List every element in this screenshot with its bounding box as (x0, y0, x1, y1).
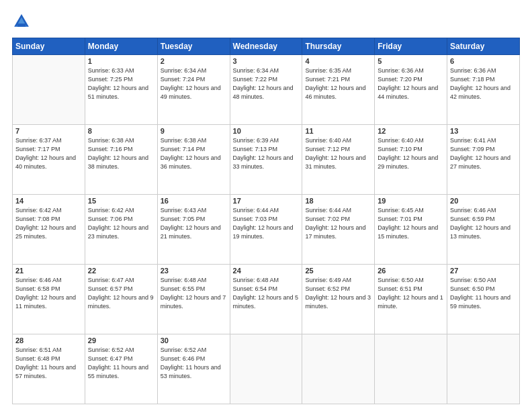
day-number: 14 (15, 197, 82, 205)
day-info: Sunrise: 6:42 AMSunset: 7:08 PMDaylight:… (15, 206, 82, 241)
day-info: Sunrise: 6:49 AMSunset: 6:52 PMDaylight:… (305, 276, 371, 311)
logo-icon (12, 12, 31, 31)
svg-rect-2 (17, 24, 26, 27)
page: SundayMondayTuesdayWednesdayThursdayFrid… (0, 0, 532, 411)
day-info: Sunrise: 6:40 AMSunset: 7:12 PMDaylight:… (305, 136, 371, 171)
week-row-4: 28Sunrise: 6:51 AMSunset: 6:48 PMDayligh… (13, 334, 520, 404)
calendar-cell: 15Sunrise: 6:42 AMSunset: 7:06 PMDayligh… (85, 195, 157, 265)
calendar-cell: 17Sunrise: 6:44 AMSunset: 7:03 PMDayligh… (230, 195, 302, 265)
calendar-cell: 12Sunrise: 6:40 AMSunset: 7:10 PMDayligh… (375, 125, 447, 195)
day-number: 4 (305, 57, 371, 65)
calendar-cell: 16Sunrise: 6:43 AMSunset: 7:05 PMDayligh… (157, 195, 230, 265)
day-info: Sunrise: 6:52 AMSunset: 6:47 PMDaylight:… (88, 346, 154, 381)
day-info: Sunrise: 6:33 AMSunset: 7:25 PMDaylight:… (88, 66, 154, 101)
day-number: 18 (305, 197, 371, 205)
day-info: Sunrise: 6:36 AMSunset: 7:18 PMDaylight:… (450, 66, 517, 101)
calendar-cell: 30Sunrise: 6:52 AMSunset: 6:46 PMDayligh… (157, 334, 230, 404)
day-number: 9 (161, 127, 227, 135)
logo (12, 12, 34, 31)
day-info: Sunrise: 6:34 AMSunset: 7:24 PMDaylight:… (161, 66, 227, 101)
calendar-cell: 3Sunrise: 6:34 AMSunset: 7:22 PMDaylight… (230, 55, 302, 125)
day-info: Sunrise: 6:39 AMSunset: 7:13 PMDaylight:… (233, 136, 300, 171)
calendar-cell: 27Sunrise: 6:50 AMSunset: 6:50 PMDayligh… (447, 265, 520, 334)
day-info: Sunrise: 6:35 AMSunset: 7:21 PMDaylight:… (305, 66, 371, 101)
day-number: 13 (450, 127, 517, 135)
day-number: 7 (15, 127, 82, 135)
calendar-cell: 18Sunrise: 6:44 AMSunset: 7:02 PMDayligh… (302, 195, 375, 265)
day-number: 12 (378, 127, 444, 135)
day-number: 2 (161, 57, 227, 65)
week-row-1: 7Sunrise: 6:37 AMSunset: 7:17 PMDaylight… (13, 125, 520, 195)
day-number: 8 (88, 127, 154, 135)
calendar-cell: 22Sunrise: 6:47 AMSunset: 6:57 PMDayligh… (85, 265, 157, 334)
calendar-cell (13, 55, 85, 125)
day-number: 10 (233, 127, 300, 135)
day-info: Sunrise: 6:37 AMSunset: 7:17 PMDaylight:… (15, 136, 82, 171)
calendar-cell (447, 334, 520, 404)
day-info: Sunrise: 6:36 AMSunset: 7:20 PMDaylight:… (378, 66, 444, 101)
day-number: 15 (88, 197, 154, 205)
weekday-header-thursday: Thursday (302, 38, 375, 55)
calendar-cell: 2Sunrise: 6:34 AMSunset: 7:24 PMDaylight… (157, 55, 230, 125)
day-info: Sunrise: 6:47 AMSunset: 6:57 PMDaylight:… (88, 276, 154, 311)
day-number: 20 (450, 197, 517, 205)
day-number: 21 (15, 267, 82, 275)
calendar-table: SundayMondayTuesdayWednesdayThursdayFrid… (12, 38, 520, 404)
day-info: Sunrise: 6:44 AMSunset: 7:02 PMDaylight:… (305, 206, 371, 241)
day-number: 1 (88, 57, 154, 65)
day-info: Sunrise: 6:41 AMSunset: 7:09 PMDaylight:… (450, 136, 517, 171)
day-number: 19 (378, 197, 444, 205)
calendar-cell: 20Sunrise: 6:46 AMSunset: 6:59 PMDayligh… (447, 195, 520, 265)
week-row-0: 1Sunrise: 6:33 AMSunset: 7:25 PMDaylight… (13, 55, 520, 125)
day-number: 29 (88, 336, 154, 345)
calendar-cell: 19Sunrise: 6:45 AMSunset: 7:01 PMDayligh… (375, 195, 447, 265)
calendar-cell: 28Sunrise: 6:51 AMSunset: 6:48 PMDayligh… (13, 334, 85, 404)
day-number: 25 (305, 267, 371, 275)
calendar-cell: 24Sunrise: 6:48 AMSunset: 6:54 PMDayligh… (230, 265, 302, 334)
day-number: 26 (378, 267, 444, 275)
calendar-cell (230, 334, 302, 404)
day-info: Sunrise: 6:43 AMSunset: 7:05 PMDaylight:… (161, 206, 227, 241)
day-info: Sunrise: 6:48 AMSunset: 6:54 PMDaylight:… (233, 276, 300, 311)
day-info: Sunrise: 6:48 AMSunset: 6:55 PMDaylight:… (161, 276, 227, 311)
weekday-header-saturday: Saturday (447, 38, 520, 55)
day-info: Sunrise: 6:50 AMSunset: 6:50 PMDaylight:… (450, 276, 517, 311)
day-info: Sunrise: 6:52 AMSunset: 6:46 PMDaylight:… (161, 346, 227, 381)
calendar-cell: 8Sunrise: 6:38 AMSunset: 7:16 PMDaylight… (85, 125, 157, 195)
day-number: 3 (233, 57, 300, 65)
calendar-cell: 1Sunrise: 6:33 AMSunset: 7:25 PMDaylight… (85, 55, 157, 125)
day-number: 28 (15, 336, 82, 345)
weekday-header-friday: Friday (375, 38, 447, 55)
week-row-2: 14Sunrise: 6:42 AMSunset: 7:08 PMDayligh… (13, 195, 520, 265)
calendar-cell: 10Sunrise: 6:39 AMSunset: 7:13 PMDayligh… (230, 125, 302, 195)
weekday-header-tuesday: Tuesday (157, 38, 230, 55)
calendar-cell: 6Sunrise: 6:36 AMSunset: 7:18 PMDaylight… (447, 55, 520, 125)
calendar-cell: 29Sunrise: 6:52 AMSunset: 6:47 PMDayligh… (85, 334, 157, 404)
day-info: Sunrise: 6:44 AMSunset: 7:03 PMDaylight:… (233, 206, 300, 241)
calendar-cell: 23Sunrise: 6:48 AMSunset: 6:55 PMDayligh… (157, 265, 230, 334)
day-info: Sunrise: 6:51 AMSunset: 6:48 PMDaylight:… (15, 346, 82, 381)
calendar-cell: 26Sunrise: 6:50 AMSunset: 6:51 PMDayligh… (375, 265, 447, 334)
day-number: 11 (305, 127, 371, 135)
day-info: Sunrise: 6:34 AMSunset: 7:22 PMDaylight:… (233, 66, 300, 101)
day-number: 16 (161, 197, 227, 205)
day-info: Sunrise: 6:50 AMSunset: 6:51 PMDaylight:… (378, 276, 444, 311)
calendar-cell: 14Sunrise: 6:42 AMSunset: 7:08 PMDayligh… (13, 195, 85, 265)
calendar-cell: 4Sunrise: 6:35 AMSunset: 7:21 PMDaylight… (302, 55, 375, 125)
day-number: 6 (450, 57, 517, 65)
calendar-cell: 7Sunrise: 6:37 AMSunset: 7:17 PMDaylight… (13, 125, 85, 195)
day-info: Sunrise: 6:40 AMSunset: 7:10 PMDaylight:… (378, 136, 444, 171)
day-info: Sunrise: 6:46 AMSunset: 6:59 PMDaylight:… (450, 206, 517, 241)
day-number: 23 (161, 267, 227, 275)
day-info: Sunrise: 6:46 AMSunset: 6:58 PMDaylight:… (15, 276, 82, 311)
day-number: 5 (378, 57, 444, 65)
calendar-cell: 11Sunrise: 6:40 AMSunset: 7:12 PMDayligh… (302, 125, 375, 195)
day-number: 27 (450, 267, 517, 275)
day-info: Sunrise: 6:42 AMSunset: 7:06 PMDaylight:… (88, 206, 154, 241)
day-number: 30 (161, 336, 227, 345)
day-number: 24 (233, 267, 300, 275)
week-row-3: 21Sunrise: 6:46 AMSunset: 6:58 PMDayligh… (13, 265, 520, 334)
calendar-cell: 25Sunrise: 6:49 AMSunset: 6:52 PMDayligh… (302, 265, 375, 334)
calendar-cell: 13Sunrise: 6:41 AMSunset: 7:09 PMDayligh… (447, 125, 520, 195)
day-info: Sunrise: 6:38 AMSunset: 7:16 PMDaylight:… (88, 136, 154, 171)
